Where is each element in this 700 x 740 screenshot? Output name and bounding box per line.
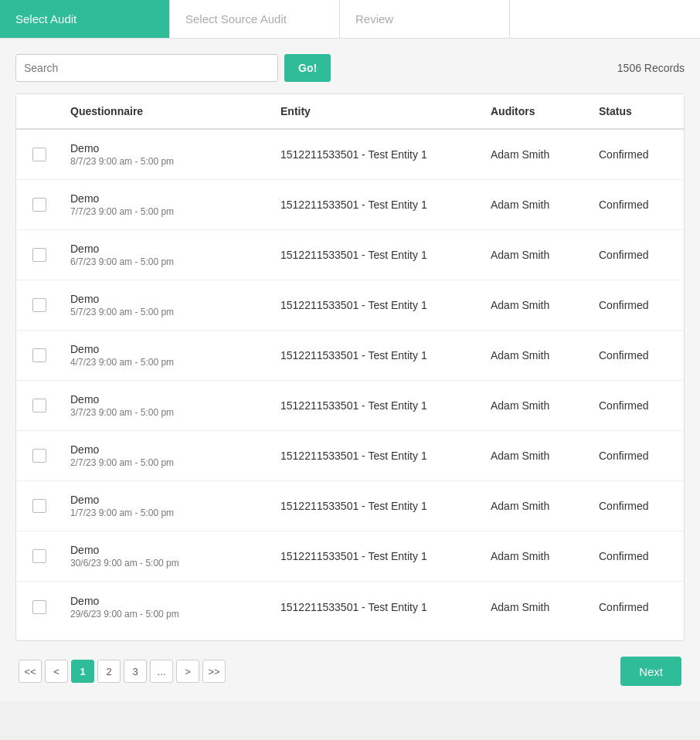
row-checkbox-cell-5	[16, 392, 63, 419]
header-status: Status	[591, 102, 684, 121]
pagination-bar: <<<123...>>> Next	[15, 657, 685, 686]
row-auditors-2: Adam Smith	[483, 243, 591, 267]
page-btn-3[interactable]: 3	[124, 660, 147, 683]
row-checkbox-cell-7	[16, 493, 63, 519]
table-header: Questionnaire Entity Auditors Status	[16, 94, 684, 130]
table-row: Demo 5/7/23 9:00 am - 5:00 pm 1512211533…	[16, 280, 684, 331]
wizard-step-select-audit-label: Select Audit	[15, 12, 76, 25]
row-entity-4: 1512211533501 - Test Entity 1	[273, 343, 483, 368]
row-questionnaire-4: Demo 4/7/23 9:00 am - 5:00 pm	[63, 337, 273, 374]
row-questionnaire-7: Demo 1/7/23 9:00 am - 5:00 pm	[63, 487, 273, 524]
row-checkbox-cell-4	[16, 342, 63, 368]
row-checkbox-2[interactable]	[32, 248, 46, 262]
page-btn-<<[interactable]: <<	[19, 660, 42, 683]
row-status-7: Confirmed	[591, 494, 684, 518]
main-content: Go! 1506 Records Questionnaire Entity Au…	[0, 39, 700, 701]
row-auditors-0: Adam Smith	[483, 142, 591, 167]
row-status-0: Confirmed	[591, 142, 684, 167]
row-questionnaire-9: Demo 29/6/23 9:00 am - 5:00 pm	[63, 589, 273, 626]
row-checkbox-cell-9	[16, 594, 63, 620]
row-checkbox-5[interactable]	[32, 399, 46, 412]
row-entity-8: 1512211533501 - Test Entity 1	[273, 544, 483, 569]
table-row: Demo 4/7/23 9:00 am - 5:00 pm 1512211533…	[16, 331, 684, 381]
table-rows: Demo 8/7/23 9:00 am - 5:00 pm 1512211533…	[16, 130, 684, 632]
row-status-4: Confirmed	[591, 343, 684, 368]
row-questionnaire-0: Demo 8/7/23 9:00 am - 5:00 pm	[63, 136, 273, 173]
row-status-3: Confirmed	[591, 293, 684, 317]
row-checkbox-cell-8	[16, 543, 63, 569]
pagination-controls: <<<123...>>>	[19, 660, 226, 683]
wizard-step-review[interactable]: Review	[340, 0, 510, 38]
wizard-bar: Select Audit Select Source Audit Review	[0, 0, 700, 39]
header-checkbox	[16, 102, 63, 121]
wizard-step-review-label: Review	[355, 12, 393, 25]
search-bar: Go! 1506 Records	[15, 54, 685, 82]
table-row: Demo 1/7/23 9:00 am - 5:00 pm 1512211533…	[16, 481, 684, 531]
row-checkbox-cell-6	[16, 443, 63, 469]
row-questionnaire-5: Demo 3/7/23 9:00 am - 5:00 pm	[63, 387, 273, 424]
row-entity-7: 1512211533501 - Test Entity 1	[273, 494, 483, 518]
row-checkbox-cell-0	[16, 141, 63, 168]
row-checkbox-9[interactable]	[32, 600, 46, 614]
row-status-2: Confirmed	[591, 243, 684, 267]
row-questionnaire-2: Demo 6/7/23 9:00 am - 5:00 pm	[63, 236, 273, 273]
wizard-step-select-audit[interactable]: Select Audit	[0, 0, 170, 38]
search-left: Go!	[15, 54, 331, 82]
table-row: Demo 2/7/23 9:00 am - 5:00 pm 1512211533…	[16, 431, 684, 481]
row-status-6: Confirmed	[591, 443, 684, 468]
records-count: 1506 Records	[617, 62, 685, 74]
search-input[interactable]	[15, 54, 278, 82]
page-btn-2[interactable]: 2	[97, 660, 121, 683]
row-status-9: Confirmed	[591, 595, 684, 619]
row-checkbox-cell-3	[16, 292, 63, 318]
wizard-step-select-source-audit-label: Select Source Audit	[185, 12, 287, 25]
page-btn->>[interactable]: >>	[202, 660, 226, 683]
header-entity: Entity	[273, 102, 483, 121]
row-auditors-1: Adam Smith	[483, 192, 591, 217]
table-row: Demo 7/7/23 9:00 am - 5:00 pm 1512211533…	[16, 180, 684, 230]
header-questionnaire: Questionnaire	[63, 102, 273, 121]
row-questionnaire-6: Demo 2/7/23 9:00 am - 5:00 pm	[63, 437, 273, 474]
row-auditors-4: Adam Smith	[483, 343, 591, 368]
row-status-8: Confirmed	[591, 544, 684, 569]
row-entity-9: 1512211533501 - Test Entity 1	[273, 595, 483, 619]
page-btn-...[interactable]: ...	[150, 660, 173, 683]
row-entity-2: 1512211533501 - Test Entity 1	[273, 243, 483, 267]
row-entity-0: 1512211533501 - Test Entity 1	[273, 142, 483, 167]
row-entity-1: 1512211533501 - Test Entity 1	[273, 192, 483, 217]
row-entity-5: 1512211533501 - Test Entity 1	[273, 393, 483, 418]
row-checkbox-cell-2	[16, 242, 63, 268]
row-checkbox-4[interactable]	[32, 348, 46, 362]
row-auditors-8: Adam Smith	[483, 544, 591, 569]
page-btn->[interactable]: >	[176, 660, 199, 683]
row-status-5: Confirmed	[591, 393, 684, 418]
page-btn-<[interactable]: <	[45, 660, 68, 683]
table-row: Demo 30/6/23 9:00 am - 5:00 pm 151221153…	[16, 531, 684, 582]
row-auditors-3: Adam Smith	[483, 293, 591, 317]
header-auditors: Auditors	[483, 102, 591, 121]
row-questionnaire-1: Demo 7/7/23 9:00 am - 5:00 pm	[63, 186, 273, 223]
next-button[interactable]: Next	[620, 657, 681, 686]
row-auditors-7: Adam Smith	[483, 494, 591, 518]
row-auditors-5: Adam Smith	[483, 393, 591, 418]
row-auditors-9: Adam Smith	[483, 595, 591, 619]
go-button[interactable]: Go!	[284, 54, 331, 82]
row-checkbox-0[interactable]	[32, 148, 46, 161]
row-entity-6: 1512211533501 - Test Entity 1	[273, 443, 483, 468]
page-btn-1[interactable]: 1	[71, 660, 94, 683]
row-checkbox-8[interactable]	[32, 549, 46, 563]
row-entity-3: 1512211533501 - Test Entity 1	[273, 293, 483, 317]
table-row: Demo 3/7/23 9:00 am - 5:00 pm 1512211533…	[16, 381, 684, 431]
row-questionnaire-8: Demo 30/6/23 9:00 am - 5:00 pm	[63, 538, 273, 575]
row-status-1: Confirmed	[591, 192, 684, 217]
row-questionnaire-3: Demo 5/7/23 9:00 am - 5:00 pm	[63, 287, 273, 324]
row-checkbox-1[interactable]	[32, 198, 46, 212]
row-checkbox-3[interactable]	[32, 298, 46, 312]
row-auditors-6: Adam Smith	[483, 443, 591, 468]
table-row: Demo 6/7/23 9:00 am - 5:00 pm 1512211533…	[16, 230, 684, 280]
wizard-step-select-source-audit[interactable]: Select Source Audit	[170, 0, 340, 38]
row-checkbox-6[interactable]	[32, 449, 46, 463]
row-checkbox-7[interactable]	[32, 499, 46, 513]
table-container: Questionnaire Entity Auditors Status Dem…	[15, 93, 685, 641]
table-row: Demo 8/7/23 9:00 am - 5:00 pm 1512211533…	[16, 130, 684, 180]
